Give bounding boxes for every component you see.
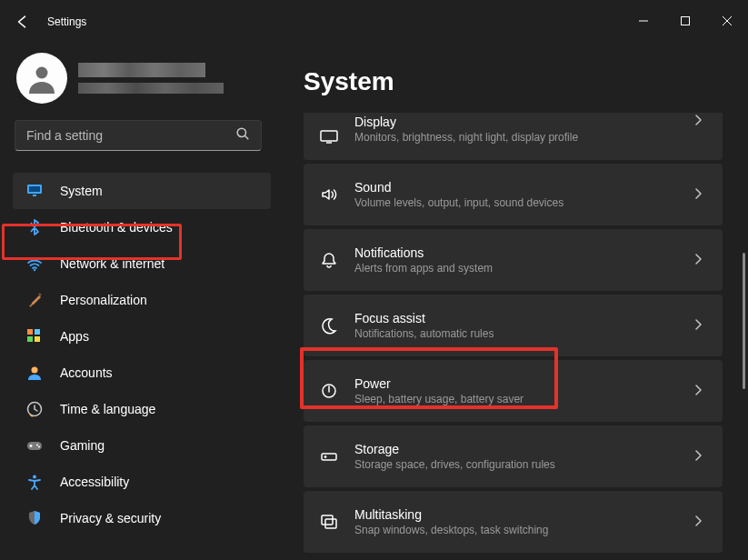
sidebar-item-gaming[interactable]: Gaming (13, 427, 271, 464)
sidebar-item-personalization[interactable]: Personalization (13, 282, 271, 318)
card-subtitle: Alerts from apps and system (354, 262, 695, 275)
sidebar-item-time-language[interactable]: Time & language (13, 391, 271, 427)
chevron-right-icon (695, 514, 703, 530)
card-title: Focus assist (354, 311, 695, 325)
bell-icon (304, 251, 354, 269)
card-subtitle: Snap windows, desktops, task switching (354, 524, 695, 536)
close-button[interactable] (706, 0, 748, 42)
sidebar-item-label: Time & language (60, 402, 155, 416)
card-subtitle: Notifications, automatic rules (354, 327, 695, 340)
chevron-right-icon (695, 383, 703, 399)
card-title: Multitasking (354, 507, 695, 522)
power-icon (304, 382, 354, 400)
sidebar-item-apps[interactable]: Apps (13, 318, 271, 355)
titlebar: Settings (0, 0, 748, 44)
chevron-right-icon (695, 186, 703, 203)
sidebar-item-label: System (60, 184, 103, 198)
account-header[interactable] (16, 53, 271, 104)
sidebar-item-label: Apps (60, 329, 89, 344)
moon-icon (304, 316, 354, 335)
settings-card-focus-assist[interactable]: Focus assistNotifications, automatic rul… (304, 295, 723, 356)
card-title: Sound (354, 180, 695, 195)
sidebar-item-bluetooth-devices[interactable]: Bluetooth & devices (13, 209, 271, 245)
settings-card-list: DisplayMonitors, brightness, night light… (304, 113, 748, 553)
chevron-right-icon (695, 113, 703, 129)
sidebar-item-label: Privacy & security (60, 511, 161, 525)
window-controls (623, 0, 748, 44)
shield-icon (25, 509, 44, 527)
sidebar-item-label: Bluetooth & devices (60, 220, 173, 235)
person-icon (25, 364, 44, 382)
sidebar-item-label: Accessibility (60, 475, 129, 489)
maximize-button[interactable] (664, 0, 706, 42)
chevron-right-icon (695, 448, 703, 465)
back-button[interactable] (16, 16, 27, 27)
sidebar: SystemBluetooth & devicesNetwork & inter… (0, 44, 280, 560)
card-title: Display (354, 115, 695, 129)
chevron-right-icon (695, 317, 703, 334)
sidebar-item-system[interactable]: System (13, 173, 271, 209)
main-panel: System DisplayMonitors, brightness, nigh… (280, 44, 748, 560)
sound-icon (304, 185, 354, 204)
card-title: Notifications (354, 245, 695, 260)
sidebar-item-privacy-security[interactable]: Privacy & security (13, 500, 271, 536)
settings-card-sound[interactable]: SoundVolume levels, output, input, sound… (304, 164, 723, 225)
sidebar-item-label: Network & internet (60, 256, 165, 271)
accessibility-icon (25, 473, 44, 491)
settings-card-display[interactable]: DisplayMonitors, brightness, night light… (304, 113, 723, 160)
search-icon (236, 127, 249, 144)
monitor-icon (25, 182, 44, 200)
sidebar-item-label: Personalization (60, 293, 147, 307)
settings-card-multitasking[interactable]: MultitaskingSnap windows, desktops, task… (304, 491, 723, 553)
minimize-button[interactable] (623, 0, 664, 42)
card-title: Power (354, 376, 695, 391)
drive-icon (304, 447, 354, 465)
card-subtitle: Sleep, battery usage, battery saver (354, 393, 695, 405)
search-wrap (15, 120, 262, 151)
avatar (16, 53, 67, 104)
chevron-right-icon (695, 252, 703, 268)
window-title: Settings (47, 15, 86, 28)
grid-icon (25, 327, 44, 345)
card-subtitle: Volume levels, output, input, sound devi… (354, 196, 695, 209)
bluetooth-icon (25, 218, 44, 236)
display-icon (304, 113, 354, 160)
card-subtitle: Storage space, drives, configuration rul… (354, 458, 695, 471)
multitask-icon (304, 513, 354, 531)
settings-card-notifications[interactable]: NotificationsAlerts from apps and system (304, 229, 723, 291)
brush-icon (25, 291, 44, 309)
card-title: Storage (354, 442, 695, 456)
sidebar-item-label: Gaming (60, 438, 105, 453)
settings-card-power[interactable]: PowerSleep, battery usage, battery saver (304, 360, 723, 422)
sidebar-item-label: Accounts (60, 365, 113, 380)
clock-icon (25, 400, 44, 418)
sidebar-item-network-internet[interactable]: Network & internet (13, 245, 271, 282)
settings-card-storage[interactable]: StorageStorage space, drives, configurat… (304, 425, 723, 487)
card-subtitle: Monitors, brightness, night light, displ… (354, 131, 695, 144)
wifi-icon (25, 255, 44, 273)
nav-list: SystemBluetooth & devicesNetwork & inter… (13, 173, 271, 536)
account-name-redacted (78, 63, 224, 94)
page-title: System (304, 67, 748, 96)
sidebar-item-accounts[interactable]: Accounts (13, 355, 271, 391)
gamepad-icon (25, 436, 44, 455)
search-input[interactable] (15, 120, 262, 151)
sidebar-item-accessibility[interactable]: Accessibility (13, 464, 271, 500)
